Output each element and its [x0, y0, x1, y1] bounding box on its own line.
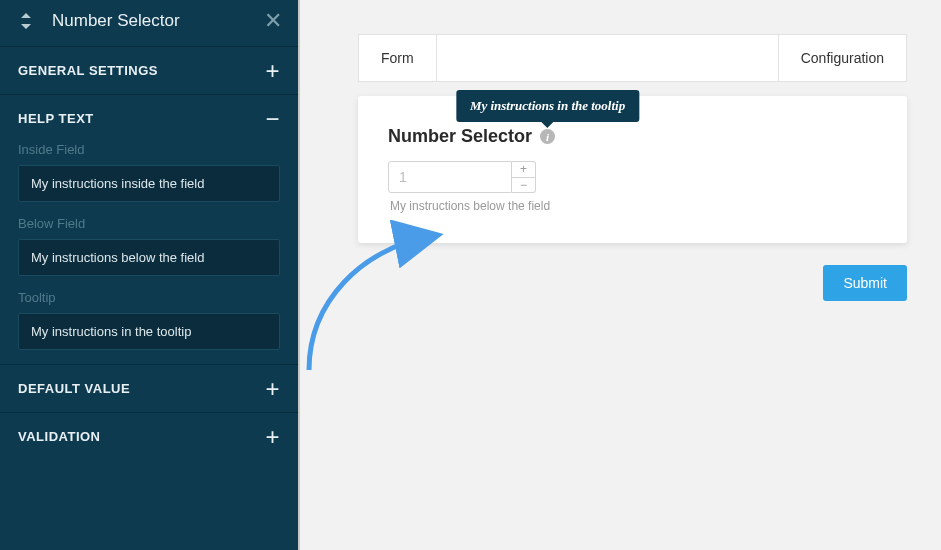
section-validation: VALIDATION +: [0, 412, 298, 460]
help-below-input[interactable]: [18, 239, 280, 276]
info-icon[interactable]: i My instructions in the tooltip: [540, 129, 555, 144]
section-help-header[interactable]: HELP TEXT −: [0, 95, 298, 142]
help-tooltip-input[interactable]: [18, 313, 280, 350]
section-validation-label: VALIDATION: [18, 429, 101, 444]
tooltip: My instructions in the tooltip: [456, 90, 639, 122]
tab-form[interactable]: Form: [359, 35, 437, 81]
number-selector: + −: [388, 161, 877, 193]
field-title: Number Selector: [388, 126, 532, 147]
section-help-label: HELP TEXT: [18, 111, 94, 126]
form-card: Number Selector i My instructions in the…: [358, 96, 907, 243]
help-tooltip-label: Tooltip: [18, 290, 280, 305]
help-below-field-group: Below Field: [0, 216, 298, 290]
plus-icon: +: [265, 383, 280, 395]
settings-sidebar: Number Selector ✕ GENERAL SETTINGS + HEL…: [0, 0, 300, 550]
help-below-label: Below Field: [18, 216, 280, 231]
step-down-button[interactable]: −: [512, 178, 535, 193]
help-below-text: My instructions below the field: [390, 199, 877, 213]
field-title-row: Number Selector i My instructions in the…: [388, 126, 877, 147]
help-inside-input[interactable]: [18, 165, 280, 202]
tab-spacer: [437, 35, 779, 81]
sidebar-title: Number Selector: [52, 11, 264, 31]
section-general-label: GENERAL SETTINGS: [18, 63, 158, 78]
step-up-button[interactable]: +: [512, 162, 535, 178]
section-default-value: DEFAULT VALUE +: [0, 364, 298, 412]
plus-icon: +: [265, 65, 280, 77]
section-validation-header[interactable]: VALIDATION +: [0, 413, 298, 460]
help-inside-label: Inside Field: [18, 142, 280, 157]
help-tooltip-group: Tooltip: [0, 290, 298, 364]
submit-button[interactable]: Submit: [823, 265, 907, 301]
section-general: GENERAL SETTINGS +: [0, 46, 298, 94]
close-icon[interactable]: ✕: [264, 10, 282, 32]
sidebar-header: Number Selector ✕: [0, 0, 298, 46]
section-default-label: DEFAULT VALUE: [18, 381, 130, 396]
section-default-header[interactable]: DEFAULT VALUE +: [0, 365, 298, 412]
section-help-text: HELP TEXT − Inside Field Below Field Too…: [0, 94, 298, 364]
tab-configuration[interactable]: Configuration: [779, 35, 906, 81]
tabbar: Form Configuration: [358, 34, 907, 82]
main-area: Form Configuration Number Selector i My …: [300, 0, 941, 550]
sort-icon[interactable]: [16, 11, 36, 31]
help-inside-field-group: Inside Field: [0, 142, 298, 216]
plus-icon: +: [265, 431, 280, 443]
section-general-header[interactable]: GENERAL SETTINGS +: [0, 47, 298, 94]
minus-icon: −: [265, 113, 280, 125]
number-input[interactable]: [388, 161, 512, 193]
number-stepper: + −: [512, 161, 536, 193]
submit-row: Submit: [358, 265, 907, 301]
